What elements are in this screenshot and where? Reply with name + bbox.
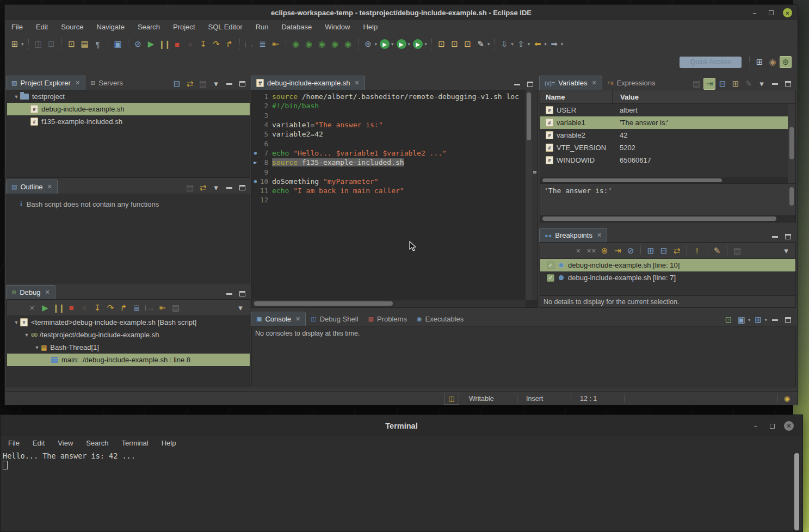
debug-tree-item[interactable]: ▼#<terminated>debug-include-example.sh [… — [7, 316, 250, 329]
close-icon[interactable]: × — [783, 8, 792, 17]
save-icon[interactable]: ◫ — [33, 38, 45, 50]
menu-item-navigate[interactable]: Navigate — [97, 23, 125, 31]
view-menu-icon[interactable]: ▾ — [210, 182, 222, 194]
code-area[interactable]: 1source /home/albert/.basheditor/remote-… — [252, 92, 526, 300]
remove-breakpoint-icon[interactable]: × — [572, 245, 584, 257]
debug-perspective-icon[interactable]: ⊛ — [780, 56, 792, 68]
debug-tree-item[interactable]: ▼⊛⊛/testproject/debug-include-example.sh — [7, 329, 250, 341]
bash-refresh-icon[interactable]: ⊡ — [66, 38, 78, 50]
menu-item-project[interactable]: Project — [173, 23, 195, 31]
quick-access-input[interactable]: Quick Access — [680, 57, 742, 68]
project-explorer-maximize-icon[interactable] — [237, 78, 248, 89]
console-maximize-icon[interactable] — [782, 314, 793, 325]
collapse-all-icon[interactable]: ⊟ — [171, 78, 183, 90]
link-debug-icon[interactable]: ⇄ — [671, 245, 683, 257]
terminal-menu-item-view[interactable]: View — [58, 439, 73, 447]
tree-expander-icon[interactable]: ▼ — [13, 320, 20, 325]
outline-minimize-icon[interactable] — [224, 182, 234, 193]
instruction-pointer-icon[interactable]: ► — [252, 159, 259, 166]
restore-icon[interactable] — [767, 9, 775, 17]
code-line[interactable]: ●7echo "Hello... $variable1 $variable2 .… — [252, 149, 526, 158]
debug-tree-item[interactable]: ▼▦Bash-Thread[1] — [7, 341, 250, 354]
step-return-icon[interactable]: ↱ — [118, 302, 129, 314]
checkbox-checked-icon[interactable]: ✓ — [547, 274, 554, 282]
tab-expressions[interactable]: +xExpressions — [602, 76, 660, 90]
code-line[interactable]: 6 — [252, 139, 526, 148]
variable-row[interactable]: #variable1'The answer is:' — [540, 116, 795, 129]
pause-icon[interactable]: ❙❙ — [158, 38, 170, 50]
code-line[interactable]: ►8source f135-example-included.sh — [252, 158, 526, 167]
tab-breakpoints[interactable]: ●●Breakpoints✕ — [539, 228, 607, 242]
project-explorer-item[interactable]: ▼testproject — [7, 90, 250, 103]
view-layout-icon[interactable]: ≣ — [131, 302, 143, 314]
edit-breakpoint-icon[interactable]: ✎ — [711, 245, 723, 257]
tab-console[interactable]: ▣Console✕ — [251, 312, 306, 326]
tab-debug-include-example.sh[interactable]: #debug-include-example.sh✕ — [251, 76, 365, 90]
show-logical-structure-icon[interactable]: ⇥ — [703, 78, 715, 90]
new-wizard-icon-dropdown[interactable]: ▾ — [21, 41, 24, 47]
tab-problems[interactable]: ▦Problems — [363, 312, 412, 326]
next-annotation-icon[interactable]: ⇩ — [498, 38, 510, 50]
debug-icon[interactable]: ⊛ — [362, 38, 374, 50]
search-icon[interactable]: ✎ — [475, 38, 487, 50]
run-external-icon[interactable]: ◉ — [303, 38, 315, 50]
terminate-icon[interactable]: ■ — [65, 302, 77, 314]
view-menu-icon[interactable]: ▾ — [234, 302, 246, 314]
variables-vscrollbar[interactable] — [788, 104, 795, 183]
link-editor-icon[interactable]: ⇄ — [197, 182, 209, 194]
prev-annotation-icon[interactable]: ⇧ — [515, 38, 527, 50]
terminal-menu-item-terminal[interactable]: Terminal — [122, 439, 149, 447]
goto-file-icon[interactable]: ⇥ — [612, 245, 623, 257]
resume-icon[interactable]: ▶ — [145, 38, 157, 50]
focus-icon[interactable]: ▤ — [184, 182, 196, 194]
tab-executables[interactable]: ◉Executables — [412, 312, 468, 326]
drop-to-frame-icon[interactable]: ⇤ — [270, 38, 282, 50]
new-run-config-icon[interactable]: ◉ — [290, 38, 302, 50]
step-into-icon[interactable]: ↧ — [91, 302, 103, 314]
breakpoint-row[interactable]: ✓debug-include-example.sh [line: 10] — [540, 259, 795, 271]
new-wizard-icon[interactable]: ⊞ — [9, 38, 21, 50]
show-type-names-icon[interactable]: ▤ — [690, 78, 702, 90]
view-menu-icon[interactable]: ▾ — [210, 78, 222, 90]
terminal-scrollbar[interactable] — [794, 453, 799, 530]
step-return-icon[interactable]: ↱ — [224, 38, 236, 50]
tab-debug-shell[interactable]: ◫Debug Shell — [306, 312, 363, 326]
code-line[interactable]: 12 — [252, 195, 526, 205]
collapse-all-icon[interactable]: ⊟ — [717, 78, 728, 90]
coverage-icon[interactable]: ▶ — [397, 39, 406, 49]
resume-icon[interactable]: ▶ — [39, 302, 51, 314]
run-junit-icon[interactable]: ◉ — [329, 38, 341, 50]
close-tab-icon[interactable]: ✕ — [591, 79, 596, 86]
eclipse-titlebar[interactable]: eclipse-workspace-temp - testproject/deb… — [5, 5, 798, 20]
terminal-menu-item-search[interactable]: Search — [86, 439, 108, 447]
editor-maximize-icon[interactable] — [524, 79, 535, 90]
open-console-icon-dropdown[interactable]: ▾ — [764, 317, 767, 323]
checkbox-checked-icon[interactable]: ✓ — [547, 262, 554, 269]
menu-item-run[interactable]: Run — [256, 23, 269, 31]
terminal-menu-item-file[interactable]: File — [8, 439, 20, 447]
tree-expander-icon[interactable]: ▼ — [33, 345, 41, 350]
run-history1-icon[interactable]: ◉ — [316, 38, 328, 50]
coverage-icon-dropdown[interactable]: ▾ — [408, 41, 411, 47]
breakpoints-maximize-icon[interactable] — [782, 231, 793, 242]
tab-debug[interactable]: ⊛Debug✕ — [6, 285, 55, 299]
variables-maximize-icon[interactable] — [782, 78, 793, 89]
bash-format-icon[interactable]: ▤ — [79, 38, 91, 50]
terminal-titlebar[interactable]: Terminal – × — [1, 415, 802, 436]
menu-item-database[interactable]: Database — [282, 23, 312, 31]
terminal-menu-item-edit[interactable]: Edit — [33, 439, 45, 447]
next-annotation-icon-dropdown[interactable]: ▾ — [511, 41, 514, 47]
code-line[interactable]: 4variable1="The answer is:" — [252, 120, 526, 129]
terminal-minimize-icon[interactable]: – — [751, 422, 760, 430]
display-console-icon-dropdown[interactable]: ▾ — [748, 317, 751, 323]
open-element-icon[interactable]: ⊡ — [462, 38, 474, 50]
editor-minimize-icon[interactable] — [511, 79, 522, 90]
editor-vscrollbar[interactable] — [526, 90, 532, 300]
add-breakpoint-icon[interactable]: ! — [691, 245, 703, 257]
prev-annotation-icon-dropdown[interactable]: ▾ — [528, 41, 530, 47]
menu-item-file[interactable]: File — [11, 23, 23, 31]
close-tab-icon[interactable]: ✕ — [597, 232, 602, 239]
variables-minimize-icon[interactable] — [769, 78, 780, 89]
variable-row[interactable]: #WINDOWID65060617 — [540, 154, 795, 166]
terminal-menu-item-help[interactable]: Help — [162, 439, 176, 447]
